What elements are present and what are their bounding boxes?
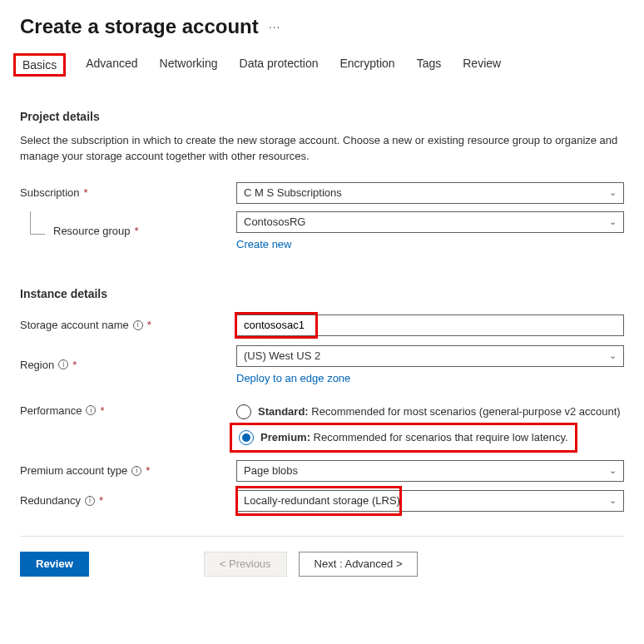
chevron-down-icon: ⌄	[609, 350, 617, 361]
chevron-down-icon: ⌄	[609, 495, 617, 506]
subscription-value: C M S Subscriptions	[244, 186, 342, 199]
chevron-down-icon: ⌄	[609, 465, 617, 476]
redundancy-label: Redundancy	[20, 494, 81, 507]
region-select[interactable]: (US) West US 2 ⌄	[236, 345, 624, 367]
premium-account-type-value: Page blobs	[244, 464, 298, 477]
info-icon[interactable]: i	[133, 320, 143, 330]
radio-icon	[239, 430, 254, 445]
required-icon: *	[72, 359, 77, 371]
create-new-link[interactable]: Create new	[236, 238, 291, 250]
project-details-heading: Project details	[20, 110, 624, 123]
info-icon[interactable]: i	[58, 359, 68, 369]
storage-account-name-field[interactable]	[244, 319, 617, 331]
tab-review[interactable]: Review	[461, 53, 503, 77]
required-icon: *	[84, 186, 88, 199]
region-label: Region	[20, 359, 54, 371]
performance-label: Performance	[20, 404, 82, 417]
info-icon[interactable]: i	[131, 466, 141, 476]
previous-button: < Previous	[204, 552, 287, 577]
resource-group-label: Resource group	[53, 225, 131, 237]
tab-tags[interactable]: Tags	[415, 53, 443, 77]
region-value: (US) West US 2	[244, 349, 320, 362]
subscription-label: Subscription	[20, 186, 80, 199]
radio-icon	[236, 404, 251, 419]
storage-account-name-label: Storage account name	[20, 319, 129, 331]
premium-account-type-label: Premium account type	[20, 464, 127, 477]
deploy-edge-zone-link[interactable]: Deploy to an edge zone	[236, 372, 350, 384]
required-icon: *	[147, 319, 151, 331]
tab-basics[interactable]: Basics	[13, 53, 66, 77]
review-button[interactable]: Review	[20, 552, 89, 577]
tab-strip: Basics Advanced Networking Data protecti…	[20, 53, 624, 77]
required-icon: *	[135, 225, 139, 237]
tab-advanced[interactable]: Advanced	[84, 53, 139, 77]
tree-connector	[30, 211, 45, 235]
chevron-down-icon: ⌄	[609, 187, 617, 198]
required-icon: *	[100, 404, 104, 417]
tab-encryption[interactable]: Encryption	[339, 53, 397, 77]
performance-premium-label: Premium: Recommended for scenarios that …	[260, 431, 568, 443]
chevron-down-icon: ⌄	[609, 216, 617, 227]
info-icon[interactable]: i	[85, 496, 95, 506]
performance-premium-radio[interactable]: Premium: Recommended for scenarios that …	[239, 430, 568, 445]
project-details-description: Select the subscription in which to crea…	[20, 133, 619, 165]
subscription-select[interactable]: C M S Subscriptions ⌄	[236, 182, 624, 204]
info-icon[interactable]: i	[86, 405, 96, 415]
page-title: Create a storage account	[20, 15, 259, 38]
performance-standard-radio[interactable]: Standard: Recommended for most scenarios…	[236, 404, 624, 419]
more-icon[interactable]: ···	[269, 20, 281, 33]
storage-account-name-input[interactable]	[236, 315, 624, 336]
performance-standard-label: Standard: Recommended for most scenarios…	[258, 405, 621, 418]
required-icon: *	[146, 464, 150, 477]
redundancy-value: Locally-redundant storage (LRS)	[244, 494, 400, 507]
premium-account-type-select[interactable]: Page blobs ⌄	[236, 460, 624, 482]
resource-group-select[interactable]: ContososRG ⌄	[236, 211, 624, 233]
required-icon: *	[99, 494, 103, 507]
next-button[interactable]: Next : Advanced >	[299, 552, 419, 577]
redundancy-select[interactable]: Locally-redundant storage (LRS) ⌄	[236, 490, 624, 512]
resource-group-value: ContososRG	[244, 215, 305, 228]
instance-details-heading: Instance details	[20, 287, 624, 300]
tab-data-protection[interactable]: Data protection	[238, 53, 320, 77]
tab-networking[interactable]: Networking	[158, 53, 220, 77]
